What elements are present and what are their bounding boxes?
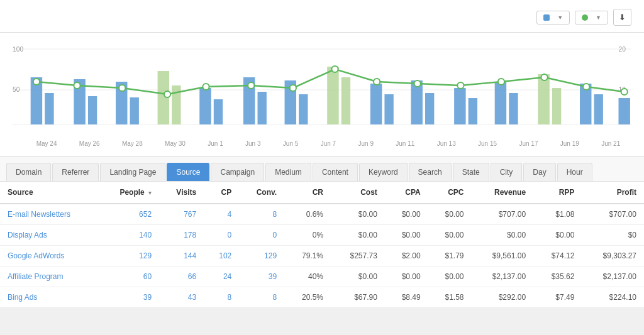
col-header-cpc[interactable]: CPC bbox=[428, 182, 472, 204]
x-label-jun5: Jun 5 bbox=[283, 140, 298, 147]
svg-rect-26 bbox=[425, 93, 434, 124]
cell-profit: $2,137.00 bbox=[582, 266, 644, 287]
cell-visits: 66 bbox=[159, 266, 204, 287]
tab-hour[interactable]: Hour bbox=[557, 163, 592, 181]
svg-rect-24 bbox=[384, 94, 393, 124]
x-label-jun21: Jun 21 bbox=[601, 140, 620, 147]
tab-content[interactable]: Content bbox=[313, 163, 358, 181]
svg-point-42 bbox=[290, 85, 296, 91]
svg-rect-22 bbox=[341, 77, 350, 124]
svg-rect-10 bbox=[88, 96, 97, 124]
tab-state[interactable]: State bbox=[453, 163, 489, 181]
svg-rect-35 bbox=[619, 98, 630, 124]
cell-cp: 102 bbox=[204, 246, 239, 266]
tab-source[interactable]: Source bbox=[167, 163, 209, 181]
tab-domain[interactable]: Domain bbox=[6, 163, 51, 181]
conversions-dot bbox=[582, 14, 588, 21]
x-label-jun1: Jun 1 bbox=[208, 140, 223, 147]
cell-cpa: $0.00 bbox=[385, 204, 428, 225]
cell-visits: 144 bbox=[159, 246, 204, 266]
x-label-jun3: Jun 3 bbox=[245, 140, 260, 147]
chart-controls: ▼ ▼ ⬇ bbox=[536, 9, 631, 26]
svg-point-46 bbox=[457, 82, 464, 89]
col-header-conv[interactable]: Conv. bbox=[239, 182, 284, 204]
tab-keyword[interactable]: Keyword bbox=[359, 163, 408, 181]
svg-rect-30 bbox=[509, 93, 518, 124]
svg-point-37 bbox=[74, 82, 80, 89]
svg-rect-28 bbox=[469, 98, 477, 124]
col-header-revenue[interactable]: Revenue bbox=[472, 182, 534, 204]
cell-source[interactable]: Bing Ads bbox=[0, 287, 99, 308]
cell-visits: 178 bbox=[159, 225, 204, 246]
table-row: Display Ads 140 178 0 0 0% $0.00 $0.00 $… bbox=[0, 225, 644, 246]
svg-rect-8 bbox=[45, 93, 53, 124]
cell-source[interactable]: E-mail Newsletters bbox=[0, 204, 99, 225]
x-label-jun11: Jun 11 bbox=[396, 140, 414, 147]
cell-people: 140 bbox=[99, 225, 159, 246]
chevron-down-icon-2: ▼ bbox=[596, 14, 601, 21]
x-label-jun7: Jun 7 bbox=[321, 140, 336, 147]
svg-rect-31 bbox=[538, 74, 549, 124]
svg-text:50: 50 bbox=[13, 86, 20, 93]
col-header-source[interactable]: Source bbox=[0, 182, 99, 204]
stats-bar: ▼ ▼ ⬇ bbox=[0, 0, 644, 33]
stats-left bbox=[13, 9, 30, 10]
cell-cp: 4 bbox=[204, 204, 239, 225]
chevron-down-icon: ▼ bbox=[557, 14, 563, 21]
cell-cpc: $0.00 bbox=[428, 225, 472, 246]
people-dropdown[interactable]: ▼ bbox=[536, 11, 570, 25]
col-header-cr[interactable]: CR bbox=[284, 182, 331, 204]
cell-profit: $707.00 bbox=[582, 204, 644, 225]
x-label-jun15: Jun 15 bbox=[478, 140, 497, 147]
svg-point-38 bbox=[119, 85, 125, 91]
people-dot bbox=[543, 14, 550, 21]
conversions-dropdown[interactable]: ▼ bbox=[575, 11, 608, 25]
cell-source[interactable]: Affiliate Program bbox=[0, 266, 99, 287]
tab-referrer[interactable]: Referrer bbox=[52, 163, 99, 181]
cell-source[interactable]: Display Ads bbox=[0, 225, 99, 246]
tab-landing-page[interactable]: Landing Page bbox=[100, 163, 165, 181]
col-header-people[interactable]: People ▾ bbox=[99, 182, 159, 204]
svg-point-45 bbox=[414, 80, 421, 87]
cell-conv: 39 bbox=[239, 266, 284, 287]
cell-rpp: $35.62 bbox=[533, 266, 582, 287]
col-header-profit[interactable]: Profit bbox=[582, 182, 644, 204]
svg-rect-34 bbox=[594, 94, 603, 124]
cell-cpa: $2.00 bbox=[385, 246, 428, 266]
cell-revenue: $292.00 bbox=[472, 287, 534, 308]
cell-source[interactable]: Google AdWords bbox=[0, 246, 99, 266]
col-header-visits[interactable]: Visits bbox=[159, 182, 204, 204]
svg-point-48 bbox=[541, 74, 548, 80]
svg-rect-15 bbox=[199, 88, 211, 124]
cell-people: 652 bbox=[99, 204, 159, 225]
tab-medium[interactable]: Medium bbox=[265, 163, 311, 181]
col-header-cpa[interactable]: CPA bbox=[385, 182, 428, 204]
col-header-rpp[interactable]: RPP bbox=[533, 182, 582, 204]
tab-search[interactable]: Search bbox=[409, 163, 452, 181]
chart-svg: 100 50 20 10 bbox=[13, 43, 631, 137]
svg-point-47 bbox=[498, 79, 504, 85]
svg-point-44 bbox=[374, 79, 380, 85]
cell-profit: $0 bbox=[582, 225, 644, 246]
svg-point-50 bbox=[621, 89, 628, 95]
cell-cp: 8 bbox=[204, 287, 239, 308]
svg-rect-27 bbox=[454, 88, 465, 124]
cell-people: 39 bbox=[99, 287, 159, 308]
cell-cpa: $0.00 bbox=[385, 266, 428, 287]
tab-city[interactable]: City bbox=[491, 163, 523, 181]
tab-campaign[interactable]: Campaign bbox=[211, 163, 264, 181]
download-button[interactable]: ⬇ bbox=[613, 9, 631, 26]
svg-rect-29 bbox=[495, 82, 506, 124]
svg-rect-18 bbox=[258, 92, 267, 124]
tab-day[interactable]: Day bbox=[523, 163, 555, 181]
cell-profit: $9,303.27 bbox=[582, 246, 644, 266]
tabs-bar: Domain Referrer Landing Page Source Camp… bbox=[0, 157, 644, 182]
cell-rpp: $74.12 bbox=[533, 246, 582, 266]
x-label-may24: May 24 bbox=[36, 140, 57, 147]
cell-cr: 40% bbox=[284, 266, 331, 287]
svg-rect-12 bbox=[130, 97, 139, 124]
col-header-cost[interactable]: Cost bbox=[331, 182, 385, 204]
col-header-cp[interactable]: CP bbox=[204, 182, 239, 204]
cell-cost: $0.00 bbox=[331, 225, 385, 246]
svg-rect-21 bbox=[327, 67, 338, 124]
